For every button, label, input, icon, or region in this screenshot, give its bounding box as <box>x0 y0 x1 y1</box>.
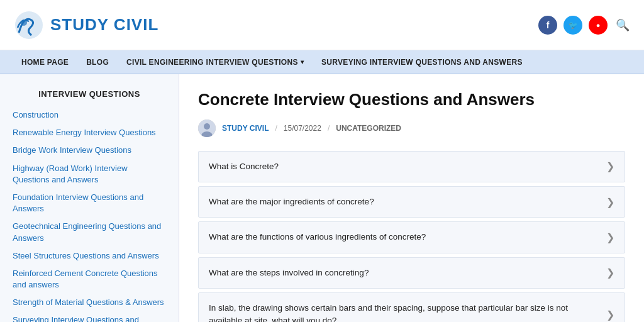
nav-home[interactable]: HOME PAGE <box>13 50 77 74</box>
faq-chevron-5: ❯ <box>606 309 614 321</box>
meta-category: UNCATEGORIZED <box>336 124 401 133</box>
sidebar-surveying[interactable]: Surveying Interview Questions and Answer… <box>0 311 179 322</box>
article-meta: STUDY CIVIL / 15/07/2022 / UNCATEGORIZED <box>198 119 625 137</box>
faq-question-2: What are the major ingredients of concre… <box>209 196 606 208</box>
facebook-icon[interactable]: f <box>538 16 557 35</box>
faq-chevron-3: ❯ <box>606 231 614 243</box>
faq-item-5[interactable]: In slab, the drawing shows certain bars … <box>198 292 625 322</box>
search-button[interactable]: 🔍 <box>614 16 631 34</box>
faq-chevron-2: ❯ <box>606 196 614 208</box>
youtube-icon[interactable]: ● <box>589 16 608 35</box>
main-nav: HOME PAGE BLOG CIVIL ENGINEERING INTERVI… <box>0 50 644 74</box>
logo-text: STUDY CIVIL <box>50 15 158 35</box>
faq-question-5: In slab, the drawing shows certain bars … <box>209 302 606 322</box>
sidebar-highway[interactable]: Highway (Road Work) Interview Questions … <box>0 160 179 189</box>
sidebar-renewable[interactable]: Renewable Energy Interview Questions <box>0 124 179 142</box>
header-icons: f 🐦 ● 🔍 <box>538 16 631 35</box>
sidebar-construction[interactable]: Construction <box>0 106 179 124</box>
sidebar-rcc[interactable]: Reinforced Cement Concrete Questions and… <box>0 265 179 294</box>
main-content: Concrete Interview Questions and Answers… <box>179 74 644 322</box>
faq-item-2[interactable]: What are the major ingredients of concre… <box>198 186 625 218</box>
nav-civil[interactable]: CIVIL ENGINEERING INTERVIEW QUESTIONS ▾ <box>118 50 313 74</box>
main-layout: INTERVIEW QUESTIONS Construction Renewab… <box>0 74 644 322</box>
article-title: Concrete Interview Questions and Answers <box>198 89 625 111</box>
faq-chevron-1: ❯ <box>606 160 614 172</box>
chevron-down-icon: ▾ <box>301 58 304 65</box>
site-header: STUDY CIVIL f 🐦 ● 🔍 <box>0 0 644 50</box>
sidebar: INTERVIEW QUESTIONS Construction Renewab… <box>0 74 179 322</box>
sidebar-steel[interactable]: Steel Structures Questions and Answers <box>0 247 179 265</box>
meta-date: 15/07/2022 <box>284 124 321 133</box>
faq-item-3[interactable]: What are the functions of various ingred… <box>198 221 625 253</box>
avatar <box>198 119 216 137</box>
faq-question-4: What are the steps involved in concretin… <box>209 267 606 279</box>
sidebar-foundation[interactable]: Foundation Interview Questions and Answe… <box>0 189 179 218</box>
logo-icon <box>13 9 45 42</box>
sidebar-geotechnical[interactable]: Geotechnical Engineering Questions and A… <box>0 218 179 247</box>
faq-question-1: What is Concrete? <box>209 160 606 173</box>
nav-blog[interactable]: BLOG <box>77 50 118 74</box>
faq-item-4[interactable]: What are the steps involved in concretin… <box>198 257 625 289</box>
twitter-icon[interactable]: 🐦 <box>564 16 582 35</box>
sidebar-bridge[interactable]: Bridge Work Interview Questions <box>0 142 179 159</box>
svg-point-1 <box>21 19 27 26</box>
sidebar-strength[interactable]: Strength of Material Questions & Answers <box>0 294 179 311</box>
svg-point-3 <box>204 123 210 130</box>
faq-item-1[interactable]: What is Concrete? ❯ <box>198 151 625 182</box>
meta-author: STUDY CIVIL <box>222 124 269 133</box>
nav-surveying[interactable]: SURVEYING INTERVIEW QUESTIONS AND ANSWER… <box>313 50 531 74</box>
faq-question-3: What are the functions of various ingred… <box>209 231 606 243</box>
sidebar-interview-title: INTERVIEW QUESTIONS <box>0 84 179 106</box>
faq-chevron-4: ❯ <box>606 267 614 279</box>
logo-area[interactable]: STUDY CIVIL <box>13 9 158 42</box>
